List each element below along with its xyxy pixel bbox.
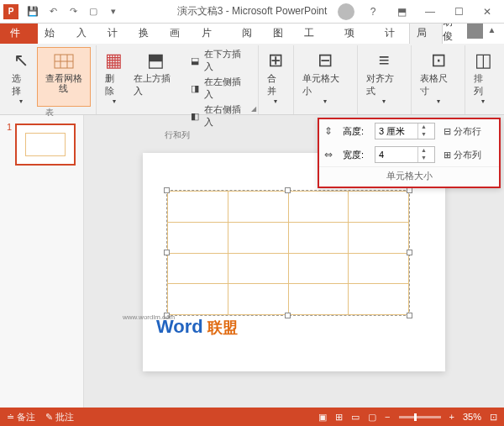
insert-left-icon: ◨ <box>189 82 201 94</box>
insert-left-button[interactable]: ◨在左侧插入 <box>186 75 253 102</box>
thumbnail-panel: 1 <box>0 115 84 409</box>
group-table: 表 <box>45 107 54 120</box>
watermark: www.wordlm.com Word 联盟 <box>156 313 238 338</box>
close-icon[interactable]: ✕ <box>477 3 497 20</box>
cell-size-panel: ⇕ 高度: ▲▼ ⊟分布行 ⇔ 宽度: ▲▼ ⊞分布列 单元格大小 <box>318 118 501 188</box>
view-slideshow-icon[interactable]: ▢ <box>368 412 376 423</box>
dist-cols-icon: ⊞ <box>444 150 451 160</box>
dist-rows-icon: ⊟ <box>444 126 451 137</box>
grid-icon <box>54 50 74 73</box>
qat-save-icon[interactable]: 💾 <box>25 4 40 19</box>
delete-icon: ▦ <box>105 49 123 72</box>
width-label: 宽度: <box>343 149 370 161</box>
zoom-out-icon[interactable]: − <box>385 412 390 422</box>
arrange-icon: ◫ <box>475 49 492 72</box>
rows-cols-launcher[interactable]: ◢ <box>251 105 256 113</box>
window-title: 演示文稿3 - Microsoft PowerPoint <box>177 4 328 18</box>
view-reading-icon[interactable]: ▭ <box>351 412 360 423</box>
panel-title: 单元格大小 <box>319 166 499 187</box>
cell-size-icon: ⊟ <box>318 49 333 72</box>
help-icon[interactable]: ? <box>363 3 383 20</box>
table-size-icon: ⊡ <box>431 49 446 72</box>
minimize-icon[interactable]: — <box>420 3 440 20</box>
cell-size-button[interactable]: ⊟ 单元格大小 ▾ <box>299 47 351 107</box>
view-normal-icon[interactable]: ▣ <box>318 412 327 423</box>
width-icon: ⇔ <box>324 149 338 160</box>
insert-below-button[interactable]: ⬓在下方插入 <box>186 47 253 74</box>
distribute-cols-button[interactable]: ⊞分布列 <box>444 149 481 161</box>
qat-undo-icon[interactable]: ↶ <box>45 4 60 19</box>
comments-button[interactable]: ✎ 批注 <box>45 411 74 423</box>
resize-handle[interactable] <box>164 187 170 193</box>
app-icon: P <box>3 4 18 19</box>
distribute-rows-button[interactable]: ⊟分布行 <box>444 125 481 138</box>
qat-slideshow-icon[interactable]: ▢ <box>86 4 101 19</box>
fit-window-icon[interactable]: ⊡ <box>490 412 497 423</box>
resize-handle[interactable] <box>285 187 291 193</box>
spin-up[interactable]: ▲ <box>418 124 429 131</box>
height-label: 高度: <box>343 125 370 138</box>
insert-below-icon: ⬓ <box>189 55 201 66</box>
table-object[interactable] <box>166 190 410 316</box>
view-sorter-icon[interactable]: ⊞ <box>335 412 343 423</box>
resize-handle[interactable] <box>164 250 170 255</box>
merge-button[interactable]: ⊞ 合并 ▾ <box>264 47 289 107</box>
spin-down[interactable]: ▼ <box>418 155 429 162</box>
zoom-in-icon[interactable]: + <box>449 412 454 422</box>
select-button[interactable]: ↖ 选择 ▾ <box>8 47 34 107</box>
spin-down[interactable]: ▼ <box>418 131 429 139</box>
notes-button[interactable]: ≐ 备注 <box>7 411 35 423</box>
deco-icon <box>338 3 354 20</box>
zoom-level[interactable]: 35% <box>463 412 481 422</box>
spin-up[interactable]: ▲ <box>418 147 429 155</box>
qat-redo-icon[interactable]: ↷ <box>66 4 81 19</box>
height-icon: ⇕ <box>324 125 338 137</box>
alignment-button[interactable]: ≡ 对齐方式 ▾ <box>363 47 406 107</box>
alignment-icon: ≡ <box>379 49 390 72</box>
cursor-icon: ↖ <box>13 49 29 72</box>
resize-handle[interactable] <box>407 250 412 255</box>
resize-handle[interactable] <box>285 313 291 318</box>
collapse-ribbon-icon[interactable]: ▲ <box>483 21 501 38</box>
resize-handle[interactable] <box>407 313 412 318</box>
view-gridlines-button[interactable]: 查看网格线 <box>37 47 91 107</box>
slide-thumbnail[interactable] <box>15 124 76 166</box>
resize-handle[interactable] <box>407 187 412 193</box>
ribbon-toggle-icon[interactable]: ⬒ <box>391 3 412 20</box>
arrange-button[interactable]: ◫ 排列 ▾ <box>470 47 496 107</box>
width-spinner[interactable]: ▲▼ <box>375 146 435 163</box>
maximize-icon[interactable]: ☐ <box>449 3 469 20</box>
table-size-button[interactable]: ⊡ 表格尺寸 ▾ <box>417 47 459 107</box>
zoom-slider[interactable] <box>399 416 441 418</box>
qat-more-icon[interactable]: ▾ <box>106 4 121 19</box>
slide-number: 1 <box>7 122 12 166</box>
merge-icon: ⊞ <box>268 49 283 72</box>
height-spinner[interactable]: ▲▼ <box>375 123 435 139</box>
insert-above-icon: ⬒ <box>147 49 165 72</box>
height-input[interactable] <box>375 126 417 136</box>
width-input[interactable] <box>375 150 417 160</box>
